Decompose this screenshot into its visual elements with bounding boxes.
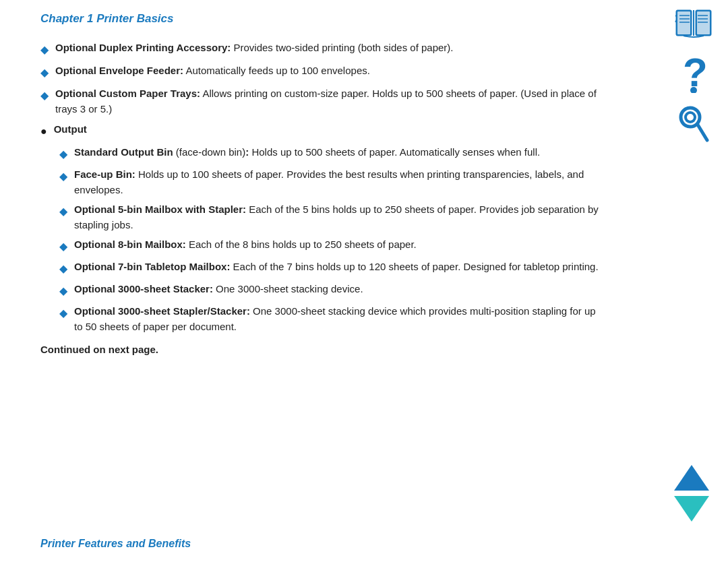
continued-text: Continued on next page.: [40, 344, 607, 355]
top-bullet-list: ◆ Optional Duplex Printing Accessory: Pr…: [40, 40, 607, 117]
list-item: ◆ Optional 5-bin Mailbox with Stapler: E…: [59, 202, 607, 232]
list-item: ◆ Optional 7-bin Tabletop Mailbox: Each …: [59, 259, 607, 277]
output-header-list: ● Output: [40, 122, 607, 139]
list-item-text: Optional 5-bin Mailbox with Stapler: Eac…: [74, 202, 607, 232]
page-header: Chapter 1 Printer Basics 29: [0, 0, 728, 32]
footer-section-title: Printer Features and Benefits: [40, 538, 191, 549]
list-item-text: Optional Envelope Feeder: Automatically …: [55, 63, 370, 79]
diamond-bullet-icon: ◆: [59, 239, 67, 255]
list-item: ◆ Optional 3000-sheet Stacker: One 3000-…: [59, 282, 607, 299]
output-section: ● Output ◆ Standard Output Bin (face-dow…: [40, 122, 607, 334]
list-item-text: Optional Custom Paper Trays: Allows prin…: [55, 86, 607, 117]
diamond-bullet-icon: ◆: [59, 261, 67, 277]
magnify-icon[interactable]: [678, 105, 709, 143]
diamond-bullet-icon: ◆: [40, 88, 49, 104]
list-item: ◆ Optional Custom Paper Trays: Allows pr…: [40, 86, 607, 117]
page-footer: Printer Features and Benefits: [40, 538, 191, 550]
svg-line-16: [698, 125, 707, 140]
output-label: Output: [54, 122, 87, 137]
list-item-text: Optional 3000-sheet Stacker: One 3000-sh…: [74, 282, 363, 297]
svg-rect-2: [677, 11, 690, 34]
list-item: ◆ Optional 8-bin Mailbox: Each of the 8 …: [59, 237, 607, 255]
diamond-bullet-icon: ◆: [59, 305, 67, 321]
output-sub-list: ◆ Standard Output Bin (face-down bin): H…: [59, 145, 607, 334]
question-mark-icon[interactable]: ?: [679, 53, 708, 93]
main-content: ◆ Optional Duplex Printing Accessory: Pr…: [0, 32, 647, 362]
output-header-item: ● Output: [40, 122, 607, 139]
diamond-bullet-icon: ◆: [59, 204, 67, 220]
sidebar-icons: ?: [674, 7, 713, 143]
svg-text:?: ?: [683, 53, 708, 93]
diamond-bullet-icon: ◆: [59, 168, 67, 185]
list-item: ◆ Standard Output Bin (face-down bin): H…: [59, 145, 607, 162]
svg-point-15: [687, 114, 694, 121]
circle-bullet-icon: ●: [40, 123, 47, 139]
arrow-down-icon[interactable]: [674, 496, 709, 522]
diamond-bullet-icon: ◆: [40, 42, 49, 58]
diamond-bullet-icon: ◆: [59, 283, 67, 299]
list-item: ◆ Optional Envelope Feeder: Automaticall…: [40, 63, 607, 81]
list-item: ◆ Face-up Bin: Holds up to 100 sheets of…: [59, 167, 607, 197]
list-item-text: Optional 8-bin Mailbox: Each of the 8 bi…: [74, 237, 417, 253]
list-item: ◆ Optional 3000-sheet Stapler/Stacker: O…: [59, 304, 607, 334]
diamond-bullet-icon: ◆: [59, 146, 67, 162]
svg-rect-3: [697, 11, 710, 34]
arrow-up-icon[interactable]: [674, 465, 709, 491]
header-chapter-title: Chapter 1 Printer Basics: [40, 12, 173, 26]
list-item-text: Optional 3000-sheet Stapler/Stacker: One…: [74, 304, 607, 334]
book-icon[interactable]: [674, 7, 713, 40]
nav-arrows: [674, 465, 709, 522]
diamond-bullet-icon: ◆: [40, 65, 49, 81]
list-item-text: Face-up Bin: Holds up to 100 sheets of p…: [74, 167, 607, 197]
list-item-text: Optional Duplex Printing Accessory: Prov…: [55, 40, 454, 56]
list-item-text: Optional 7-bin Tabletop Mailbox: Each of…: [74, 259, 599, 275]
list-item-text: Standard Output Bin (face-down bin): Hol…: [74, 145, 540, 160]
list-item: ◆ Optional Duplex Printing Accessory: Pr…: [40, 40, 607, 58]
